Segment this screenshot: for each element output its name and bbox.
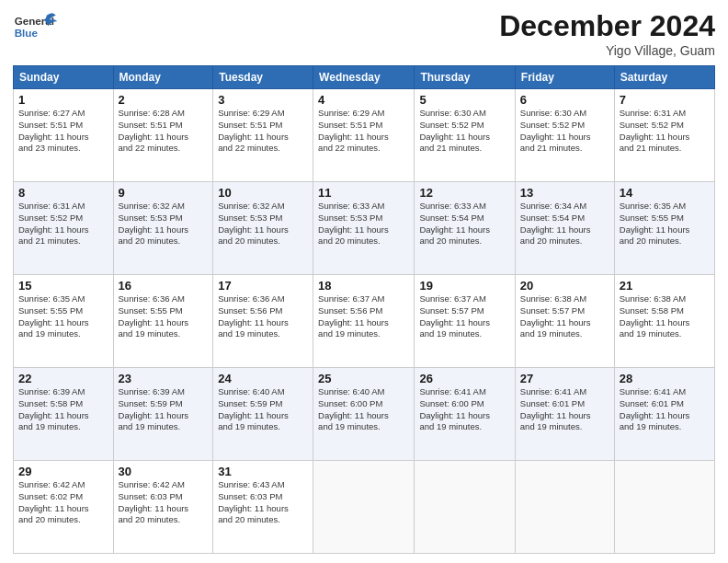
table-row: 23Sunrise: 6:39 AM Sunset: 5:59 PM Dayli… [113, 368, 213, 461]
table-row: 12Sunrise: 6:33 AM Sunset: 5:54 PM Dayli… [415, 182, 515, 275]
calendar-week-row: 8Sunrise: 6:31 AM Sunset: 5:52 PM Daylig… [14, 182, 715, 275]
table-row [614, 461, 714, 554]
day-number: 18 [318, 279, 409, 293]
table-row: 22Sunrise: 6:39 AM Sunset: 5:58 PM Dayli… [14, 368, 114, 461]
day-info: Sunrise: 6:36 AM Sunset: 5:55 PM Dayligh… [119, 293, 209, 340]
day-info: Sunrise: 6:31 AM Sunset: 5:52 PM Dayligh… [620, 108, 710, 155]
table-row [313, 461, 415, 554]
calendar-body: 1Sunrise: 6:27 AM Sunset: 5:51 PM Daylig… [14, 89, 715, 554]
day-info: Sunrise: 6:42 AM Sunset: 6:03 PM Dayligh… [119, 479, 209, 526]
day-info: Sunrise: 6:29 AM Sunset: 5:51 PM Dayligh… [218, 108, 308, 155]
day-info: Sunrise: 6:37 AM Sunset: 5:57 PM Dayligh… [419, 293, 509, 340]
day-info: Sunrise: 6:43 AM Sunset: 6:03 PM Dayligh… [218, 479, 308, 526]
calendar-week-row: 1Sunrise: 6:27 AM Sunset: 5:51 PM Daylig… [14, 89, 715, 182]
day-number: 20 [520, 279, 609, 293]
day-number: 12 [419, 186, 509, 200]
logo-svg: General Blue [13, 9, 59, 46]
day-info: Sunrise: 6:40 AM Sunset: 6:00 PM Dayligh… [318, 386, 409, 433]
day-number: 13 [520, 186, 609, 200]
day-info: Sunrise: 6:32 AM Sunset: 5:53 PM Dayligh… [218, 201, 308, 247]
col-wednesday: Wednesday [313, 66, 415, 89]
day-number: 4 [318, 93, 409, 107]
day-info: Sunrise: 6:29 AM Sunset: 5:51 PM Dayligh… [318, 108, 409, 155]
svg-text:Blue: Blue [15, 27, 39, 39]
table-row: 26Sunrise: 6:41 AM Sunset: 6:00 PM Dayli… [415, 368, 515, 461]
col-sunday: Sunday [14, 66, 114, 89]
day-number: 1 [18, 93, 108, 107]
day-number: 25 [318, 372, 409, 385]
day-info: Sunrise: 6:33 AM Sunset: 5:54 PM Dayligh… [419, 201, 509, 247]
calendar-week-row: 22Sunrise: 6:39 AM Sunset: 5:58 PM Dayli… [14, 368, 715, 461]
table-row: 30Sunrise: 6:42 AM Sunset: 6:03 PM Dayli… [113, 461, 213, 554]
day-info: Sunrise: 6:41 AM Sunset: 6:00 PM Dayligh… [419, 386, 509, 433]
col-saturday: Saturday [614, 66, 714, 89]
day-number: 19 [419, 279, 509, 293]
table-row [415, 461, 515, 554]
day-number: 8 [18, 186, 108, 200]
day-info: Sunrise: 6:30 AM Sunset: 5:52 PM Dayligh… [419, 108, 509, 155]
day-info: Sunrise: 6:35 AM Sunset: 5:55 PM Dayligh… [18, 293, 108, 340]
day-info: Sunrise: 6:28 AM Sunset: 5:51 PM Dayligh… [119, 108, 209, 155]
month-title: December 2024 [499, 9, 715, 43]
day-info: Sunrise: 6:33 AM Sunset: 5:53 PM Dayligh… [318, 201, 409, 247]
day-info: Sunrise: 6:39 AM Sunset: 5:59 PM Dayligh… [119, 386, 209, 433]
table-row: 2Sunrise: 6:28 AM Sunset: 5:51 PM Daylig… [113, 89, 213, 182]
table-row: 15Sunrise: 6:35 AM Sunset: 5:55 PM Dayli… [14, 275, 114, 368]
day-info: Sunrise: 6:37 AM Sunset: 5:56 PM Dayligh… [318, 293, 409, 340]
day-info: Sunrise: 6:39 AM Sunset: 5:58 PM Dayligh… [18, 386, 108, 433]
table-row: 1Sunrise: 6:27 AM Sunset: 5:51 PM Daylig… [14, 89, 114, 182]
day-number: 23 [119, 372, 209, 385]
day-info: Sunrise: 6:41 AM Sunset: 6:01 PM Dayligh… [620, 386, 710, 433]
day-info: Sunrise: 6:40 AM Sunset: 5:59 PM Dayligh… [218, 386, 308, 433]
table-row: 6Sunrise: 6:30 AM Sunset: 5:52 PM Daylig… [515, 89, 614, 182]
day-info: Sunrise: 6:30 AM Sunset: 5:52 PM Dayligh… [520, 108, 609, 155]
calendar-week-row: 29Sunrise: 6:42 AM Sunset: 6:02 PM Dayli… [14, 461, 715, 554]
day-info: Sunrise: 6:36 AM Sunset: 5:56 PM Dayligh… [218, 293, 308, 340]
page: General Blue December 2024 Yigo Village,… [0, 0, 728, 563]
day-number: 7 [620, 93, 710, 107]
day-number: 22 [18, 372, 108, 385]
day-number: 10 [218, 186, 308, 200]
table-row: 11Sunrise: 6:33 AM Sunset: 5:53 PM Dayli… [313, 182, 415, 275]
day-number: 14 [620, 186, 710, 200]
table-row: 4Sunrise: 6:29 AM Sunset: 5:51 PM Daylig… [313, 89, 415, 182]
day-number: 11 [318, 186, 409, 200]
calendar-header-row: Sunday Monday Tuesday Wednesday Thursday… [14, 66, 715, 89]
table-row: 17Sunrise: 6:36 AM Sunset: 5:56 PM Dayli… [213, 275, 313, 368]
day-number: 31 [218, 465, 308, 478]
day-info: Sunrise: 6:41 AM Sunset: 6:01 PM Dayligh… [520, 386, 609, 433]
header: General Blue December 2024 Yigo Village,… [13, 9, 715, 58]
table-row: 8Sunrise: 6:31 AM Sunset: 5:52 PM Daylig… [14, 182, 114, 275]
day-number: 29 [18, 465, 108, 478]
table-row: 18Sunrise: 6:37 AM Sunset: 5:56 PM Dayli… [313, 275, 415, 368]
table-row: 14Sunrise: 6:35 AM Sunset: 5:55 PM Dayli… [614, 182, 714, 275]
day-info: Sunrise: 6:42 AM Sunset: 6:02 PM Dayligh… [18, 479, 108, 526]
table-row: 5Sunrise: 6:30 AM Sunset: 5:52 PM Daylig… [415, 89, 515, 182]
day-info: Sunrise: 6:38 AM Sunset: 5:58 PM Dayligh… [620, 293, 710, 340]
table-row: 16Sunrise: 6:36 AM Sunset: 5:55 PM Dayli… [113, 275, 213, 368]
table-row: 3Sunrise: 6:29 AM Sunset: 5:51 PM Daylig… [213, 89, 313, 182]
table-row: 31Sunrise: 6:43 AM Sunset: 6:03 PM Dayli… [213, 461, 313, 554]
day-number: 27 [520, 372, 609, 385]
day-number: 15 [18, 279, 108, 293]
day-number: 17 [218, 279, 308, 293]
col-tuesday: Tuesday [213, 66, 313, 89]
location: Yigo Village, Guam [499, 43, 715, 58]
col-thursday: Thursday [415, 66, 515, 89]
title-block: December 2024 Yigo Village, Guam [499, 9, 715, 58]
day-number: 16 [119, 279, 209, 293]
table-row: 24Sunrise: 6:40 AM Sunset: 5:59 PM Dayli… [213, 368, 313, 461]
day-info: Sunrise: 6:38 AM Sunset: 5:57 PM Dayligh… [520, 293, 609, 340]
col-monday: Monday [113, 66, 213, 89]
day-number: 21 [620, 279, 710, 293]
day-info: Sunrise: 6:35 AM Sunset: 5:55 PM Dayligh… [620, 201, 710, 247]
day-info: Sunrise: 6:31 AM Sunset: 5:52 PM Dayligh… [18, 201, 108, 247]
table-row: 27Sunrise: 6:41 AM Sunset: 6:01 PM Dayli… [515, 368, 614, 461]
table-row: 25Sunrise: 6:40 AM Sunset: 6:00 PM Dayli… [313, 368, 415, 461]
day-number: 2 [119, 93, 209, 107]
day-number: 3 [218, 93, 308, 107]
calendar-week-row: 15Sunrise: 6:35 AM Sunset: 5:55 PM Dayli… [14, 275, 715, 368]
table-row: 20Sunrise: 6:38 AM Sunset: 5:57 PM Dayli… [515, 275, 614, 368]
table-row: 19Sunrise: 6:37 AM Sunset: 5:57 PM Dayli… [415, 275, 515, 368]
day-number: 5 [419, 93, 509, 107]
